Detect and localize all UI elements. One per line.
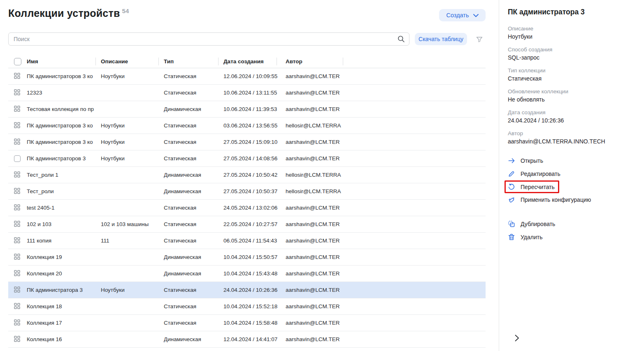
table-row[interactable]: ПК администратора 3 Ноутбуки Статическая… — [8, 282, 486, 298]
row-description: Ноутбуки — [101, 287, 164, 293]
table-row[interactable]: 102 и 103 102 и 103 машины Статическая 2… — [8, 216, 486, 233]
collection-grid-icon — [14, 254, 20, 261]
panel-action[interactable]: Дублировать — [508, 217, 559, 231]
table-row[interactable]: 111 копия 111 Статическая 06.05.2024 / 1… — [8, 233, 486, 249]
details-fields: Описание Ноутбуки Способ создания SQL-за… — [508, 25, 635, 145]
row-author: aarshavin@LCM.TER — [286, 90, 428, 96]
row-type: Статическая — [164, 73, 223, 79]
table-row[interactable]: ПК администраторов 3 ко Ноутбуки Статиче… — [8, 134, 486, 150]
panel-action[interactable]: Пересчитать — [505, 180, 559, 193]
row-description: 111 — [101, 238, 164, 244]
collection-grid-icon — [14, 319, 20, 327]
row-author: aarshavin@LCM.TER — [286, 205, 428, 211]
detail-field-value: Статическая — [508, 75, 635, 82]
apply-config-icon — [508, 196, 515, 203]
collapse-panel-button[interactable] — [513, 335, 521, 342]
table-row[interactable]: Тест_роли 1 Динамическая 27.05.2024 / 10… — [8, 167, 486, 183]
panel-action[interactable]: Открыть — [508, 154, 547, 167]
panel-action-label: Пересчитать — [521, 184, 555, 190]
create-button[interactable]: Создать — [439, 9, 486, 21]
row-created-date: 03.06.2024 / 13:56:55 — [223, 122, 286, 129]
page-title: Коллекции устройств54 — [8, 7, 129, 19]
table-row[interactable]: Коллекция 19 Динамическая 10.04.2024 / 1… — [8, 249, 486, 266]
details-panel-title: ПК администратора 3 — [508, 8, 644, 16]
row-author: aarshavin@LCM.TER — [286, 73, 428, 79]
open-icon — [508, 157, 515, 164]
detail-field: Описание Ноутбуки — [508, 25, 635, 40]
column-header-name[interactable]: Имя — [27, 58, 101, 65]
table-row[interactable]: Тестовая коллекция по пр Динамическая 10… — [8, 101, 486, 118]
row-name: Коллекция 17 — [27, 320, 101, 326]
row-author: hellosir@LCM.TERRA — [286, 122, 428, 129]
download-table-label: Скачать таблицу — [418, 36, 463, 42]
row-type: Статическая — [164, 320, 223, 326]
table-row[interactable]: Коллекция 16 Динамическая 12.04.2024 / 1… — [8, 331, 486, 348]
row-created-date: 27.05.2024 / 10:50:37 — [223, 188, 286, 194]
row-created-date: 10.04.2024 / 15:50:57 — [223, 254, 286, 260]
detail-field: Тип коллекции Статическая — [508, 67, 635, 82]
collection-grid-icon — [14, 106, 20, 113]
row-created-date: 27.05.2024 / 10:50:42 — [223, 172, 286, 178]
row-name: Тест_роли 1 — [27, 172, 101, 178]
select-all-checkbox[interactable] — [14, 58, 21, 65]
row-checkbox[interactable] — [14, 155, 21, 162]
collection-grid-icon — [14, 336, 20, 343]
row-author: aarshavin@LCM.TER — [286, 287, 428, 293]
table-row[interactable]: test 2405-1 Статическая 24.05.2024 / 13:… — [8, 200, 486, 216]
search-icon[interactable] — [398, 35, 405, 43]
panel-actions-secondary: Дублировать Удалить — [508, 217, 644, 244]
search-input[interactable] — [8, 32, 409, 46]
column-header-author[interactable]: Автор — [286, 58, 428, 65]
collection-grid-icon — [14, 171, 20, 179]
row-created-date: 12.06.2024 / 10:09:55 — [223, 73, 286, 79]
table-row[interactable]: ПК администраторов 3 ко Ноутбуки Статиче… — [8, 118, 486, 134]
filter-funnel-icon — [476, 38, 483, 44]
panel-action[interactable]: Редактировать — [508, 167, 565, 180]
collection-grid-icon — [14, 122, 20, 129]
collections-count-badge: 54 — [122, 7, 129, 14]
row-author: aarshavin@LCM.TER — [286, 106, 428, 112]
row-type: Статическая — [164, 139, 223, 145]
column-header-description[interactable]: Описание — [101, 58, 164, 65]
details-panel: ПК администратора 3 Описание Ноутбуки Сп… — [499, 0, 644, 351]
collection-grid-icon — [14, 89, 20, 97]
table-row[interactable]: Коллекция 17 Статическая 10.04.2024 / 15… — [8, 315, 486, 331]
row-name: Коллекция 16 — [27, 336, 101, 342]
download-table-button[interactable]: Скачать таблицу — [415, 33, 467, 45]
table-row[interactable]: Коллекция 18 Статическая 10.04.2024 / 15… — [8, 298, 486, 315]
filter-button[interactable] — [474, 35, 485, 45]
row-name: Коллекция 18 — [27, 303, 101, 309]
column-divider — [277, 58, 277, 65]
row-author: aarshavin@LCM.TER — [286, 320, 428, 326]
panel-action[interactable]: Удалить — [508, 231, 546, 244]
collections-page: Коллекции устройств54 Создать Скачать та… — [0, 0, 499, 351]
table-row[interactable]: Тест_роли Динамическая 27.05.2024 / 10:5… — [8, 183, 486, 200]
row-author: aarshavin@LCM.TER — [286, 270, 428, 277]
table-row[interactable]: ПК администраторов 3 Ноутбуки Статическа… — [8, 150, 486, 167]
table-row[interactable]: 12323 Статическая 10.06.2024 / 13:11:55 … — [8, 85, 486, 101]
row-author: aarshavin@LCM.TER — [286, 139, 428, 145]
row-name: ПК администраторов 3 ко — [27, 73, 101, 79]
row-author: aarshavin@LCM.TER — [286, 254, 428, 260]
table-row[interactable]: ПК администраторов 3 ко Ноутбуки Статиче… — [8, 68, 486, 85]
row-type: Динамическая — [164, 270, 223, 277]
row-created-date: 27.05.2024 / 15:09:10 — [223, 139, 286, 145]
row-type: Статическая — [164, 90, 223, 96]
table-row[interactable]: Коллекция 20 Динамическая 10.04.2024 / 1… — [8, 266, 486, 282]
column-header-type[interactable]: Тип — [164, 58, 223, 65]
collection-grid-icon — [14, 73, 20, 80]
row-name: 12323 — [27, 90, 101, 96]
collection-grid-icon — [14, 188, 20, 195]
row-type: Статическая — [164, 205, 223, 211]
row-author: aarshavin@LCM.TER — [286, 221, 428, 227]
detail-field: Автор aarshavin@LCM.TERRA.INNO.TECH — [508, 130, 635, 145]
row-created-date: 10.06.2024 / 13:11:55 — [223, 90, 286, 96]
panel-action-label: Удалить — [521, 234, 542, 240]
row-name: Коллекция 20 — [27, 270, 101, 277]
collections-table: Имя Описание Тип Дата создания Автор ПК … — [8, 55, 486, 348]
duplicate-icon — [508, 220, 515, 228]
panel-action[interactable]: Применить конфигурацию — [508, 193, 595, 206]
row-created-date: 22.05.2024 / 10:27:57 — [223, 221, 286, 227]
row-type: Статическая — [164, 221, 223, 227]
row-created-date: 10.04.2024 / 15:58:48 — [223, 320, 286, 326]
